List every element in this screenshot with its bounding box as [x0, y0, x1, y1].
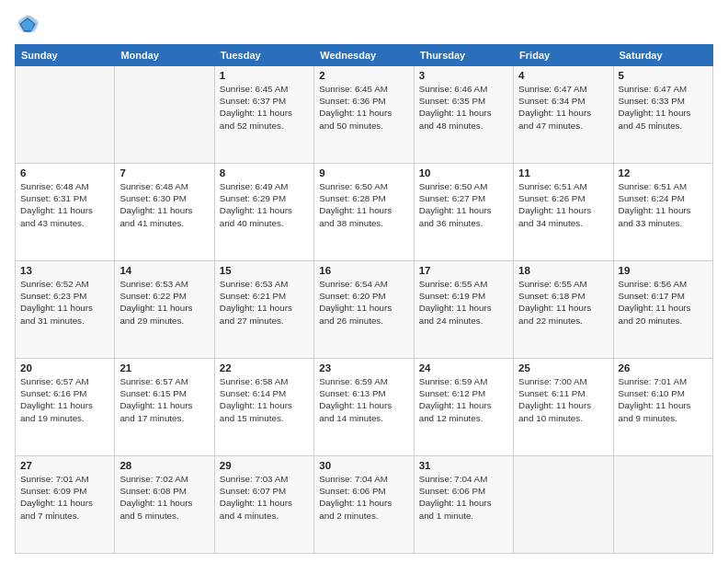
day-cell: 20Sunrise: 6:57 AM Sunset: 6:16 PM Dayli…	[16, 359, 115, 456]
day-cell: 1Sunrise: 6:45 AM Sunset: 6:37 PM Daylig…	[214, 66, 313, 164]
day-cell: 27Sunrise: 7:01 AM Sunset: 6:09 PM Dayli…	[16, 456, 115, 554]
day-cell	[115, 66, 214, 164]
day-number: 28	[119, 460, 209, 471]
day-info: Sunrise: 6:59 AM Sunset: 6:12 PM Dayligh…	[419, 375, 508, 424]
day-info: Sunrise: 7:04 AM Sunset: 6:06 PM Dayligh…	[319, 473, 408, 522]
day-info: Sunrise: 7:04 AM Sunset: 6:06 PM Dayligh…	[419, 473, 508, 522]
day-info: Sunrise: 6:50 AM Sunset: 6:27 PM Dayligh…	[419, 180, 508, 229]
day-info: Sunrise: 6:59 AM Sunset: 6:13 PM Dayligh…	[319, 375, 408, 424]
day-cell: 24Sunrise: 6:59 AM Sunset: 6:12 PM Dayli…	[414, 359, 513, 456]
weekday-header-thursday: Thursday	[414, 45, 513, 66]
day-info: Sunrise: 6:46 AM Sunset: 6:35 PM Dayligh…	[419, 83, 508, 132]
day-cell: 18Sunrise: 6:55 AM Sunset: 6:18 PM Dayli…	[514, 261, 613, 359]
week-row-1: 1Sunrise: 6:45 AM Sunset: 6:37 PM Daylig…	[16, 66, 713, 164]
day-cell: 7Sunrise: 6:48 AM Sunset: 6:30 PM Daylig…	[115, 164, 214, 261]
day-info: Sunrise: 6:45 AM Sunset: 6:37 PM Dayligh…	[220, 83, 309, 132]
day-info: Sunrise: 6:48 AM Sunset: 6:30 PM Dayligh…	[119, 180, 209, 229]
header	[15, 11, 713, 37]
day-info: Sunrise: 6:50 AM Sunset: 6:28 PM Dayligh…	[319, 180, 408, 229]
logo	[15, 11, 44, 37]
day-number: 6	[20, 167, 109, 178]
day-info: Sunrise: 6:57 AM Sunset: 6:16 PM Dayligh…	[20, 375, 109, 424]
day-cell: 31Sunrise: 7:04 AM Sunset: 6:06 PM Dayli…	[414, 456, 513, 554]
day-info: Sunrise: 6:56 AM Sunset: 6:17 PM Dayligh…	[619, 278, 708, 327]
day-cell: 19Sunrise: 6:56 AM Sunset: 6:17 PM Dayli…	[613, 261, 712, 359]
day-number: 8	[220, 167, 309, 178]
day-info: Sunrise: 6:54 AM Sunset: 6:20 PM Dayligh…	[319, 278, 408, 327]
weekday-header-friday: Friday	[514, 45, 613, 66]
day-number: 24	[419, 362, 508, 373]
week-row-4: 20Sunrise: 6:57 AM Sunset: 6:16 PM Dayli…	[16, 359, 713, 456]
day-info: Sunrise: 6:55 AM Sunset: 6:19 PM Dayligh…	[419, 278, 508, 327]
day-number: 12	[619, 167, 708, 178]
day-cell: 4Sunrise: 6:47 AM Sunset: 6:34 PM Daylig…	[514, 66, 613, 164]
day-number: 1	[220, 70, 309, 81]
day-cell: 10Sunrise: 6:50 AM Sunset: 6:27 PM Dayli…	[414, 164, 513, 261]
day-cell: 5Sunrise: 6:47 AM Sunset: 6:33 PM Daylig…	[613, 66, 712, 164]
day-cell: 22Sunrise: 6:58 AM Sunset: 6:14 PM Dayli…	[214, 359, 313, 456]
day-number: 11	[518, 167, 608, 178]
day-number: 29	[220, 460, 309, 471]
day-number: 22	[220, 362, 309, 373]
day-cell: 29Sunrise: 7:03 AM Sunset: 6:07 PM Dayli…	[214, 456, 313, 554]
day-number: 16	[319, 265, 408, 276]
day-number: 19	[619, 265, 708, 276]
day-cell: 13Sunrise: 6:52 AM Sunset: 6:23 PM Dayli…	[16, 261, 115, 359]
day-number: 30	[319, 460, 408, 471]
day-info: Sunrise: 6:47 AM Sunset: 6:33 PM Dayligh…	[619, 83, 708, 132]
day-number: 23	[319, 362, 408, 373]
day-cell: 23Sunrise: 6:59 AM Sunset: 6:13 PM Dayli…	[314, 359, 414, 456]
day-cell: 30Sunrise: 7:04 AM Sunset: 6:06 PM Dayli…	[314, 456, 414, 554]
week-row-2: 6Sunrise: 6:48 AM Sunset: 6:31 PM Daylig…	[16, 164, 713, 261]
day-info: Sunrise: 6:48 AM Sunset: 6:31 PM Dayligh…	[20, 180, 109, 229]
page: SundayMondayTuesdayWednesdayThursdayFrid…	[0, 0, 728, 563]
day-cell: 8Sunrise: 6:49 AM Sunset: 6:29 PM Daylig…	[214, 164, 313, 261]
day-cell: 3Sunrise: 6:46 AM Sunset: 6:35 PM Daylig…	[414, 66, 513, 164]
day-number: 13	[20, 265, 109, 276]
day-cell: 21Sunrise: 6:57 AM Sunset: 6:15 PM Dayli…	[115, 359, 214, 456]
day-cell: 26Sunrise: 7:01 AM Sunset: 6:10 PM Dayli…	[613, 359, 712, 456]
day-number: 27	[20, 460, 109, 471]
weekday-header-row: SundayMondayTuesdayWednesdayThursdayFrid…	[16, 45, 713, 66]
day-info: Sunrise: 6:53 AM Sunset: 6:22 PM Dayligh…	[119, 278, 209, 327]
weekday-header-monday: Monday	[115, 45, 214, 66]
day-cell: 28Sunrise: 7:02 AM Sunset: 6:08 PM Dayli…	[115, 456, 214, 554]
day-number: 2	[319, 70, 408, 81]
day-number: 10	[419, 167, 508, 178]
day-info: Sunrise: 6:58 AM Sunset: 6:14 PM Dayligh…	[220, 375, 309, 424]
day-cell	[514, 456, 613, 554]
day-cell: 11Sunrise: 6:51 AM Sunset: 6:26 PM Dayli…	[514, 164, 613, 261]
weekday-header-saturday: Saturday	[613, 45, 712, 66]
day-info: Sunrise: 6:57 AM Sunset: 6:15 PM Dayligh…	[119, 375, 209, 424]
day-info: Sunrise: 6:52 AM Sunset: 6:23 PM Dayligh…	[20, 278, 109, 327]
calendar-table: SundayMondayTuesdayWednesdayThursdayFrid…	[15, 44, 713, 554]
day-number: 18	[518, 265, 608, 276]
day-info: Sunrise: 6:49 AM Sunset: 6:29 PM Dayligh…	[220, 180, 309, 229]
day-number: 9	[319, 167, 408, 178]
logo-icon	[15, 11, 40, 37]
day-cell: 17Sunrise: 6:55 AM Sunset: 6:19 PM Dayli…	[414, 261, 513, 359]
day-info: Sunrise: 6:51 AM Sunset: 6:26 PM Dayligh…	[518, 180, 608, 229]
day-cell: 15Sunrise: 6:53 AM Sunset: 6:21 PM Dayli…	[214, 261, 313, 359]
day-number: 14	[119, 265, 209, 276]
day-info: Sunrise: 7:03 AM Sunset: 6:07 PM Dayligh…	[220, 473, 309, 522]
day-info: Sunrise: 7:00 AM Sunset: 6:11 PM Dayligh…	[518, 375, 608, 424]
day-number: 3	[419, 70, 508, 81]
day-cell: 16Sunrise: 6:54 AM Sunset: 6:20 PM Dayli…	[314, 261, 414, 359]
day-info: Sunrise: 6:45 AM Sunset: 6:36 PM Dayligh…	[319, 83, 408, 132]
day-info: Sunrise: 7:02 AM Sunset: 6:08 PM Dayligh…	[119, 473, 209, 522]
day-number: 26	[619, 362, 708, 373]
weekday-header-tuesday: Tuesday	[214, 45, 313, 66]
day-cell: 9Sunrise: 6:50 AM Sunset: 6:28 PM Daylig…	[314, 164, 414, 261]
day-number: 31	[419, 460, 508, 471]
day-number: 5	[619, 70, 708, 81]
day-number: 4	[518, 70, 608, 81]
day-info: Sunrise: 7:01 AM Sunset: 6:10 PM Dayligh…	[619, 375, 708, 424]
weekday-header-sunday: Sunday	[16, 45, 115, 66]
day-number: 7	[119, 167, 209, 178]
day-number: 20	[20, 362, 109, 373]
day-info: Sunrise: 7:01 AM Sunset: 6:09 PM Dayligh…	[20, 473, 109, 522]
day-number: 15	[220, 265, 309, 276]
day-cell: 6Sunrise: 6:48 AM Sunset: 6:31 PM Daylig…	[16, 164, 115, 261]
day-info: Sunrise: 6:51 AM Sunset: 6:24 PM Dayligh…	[619, 180, 708, 229]
